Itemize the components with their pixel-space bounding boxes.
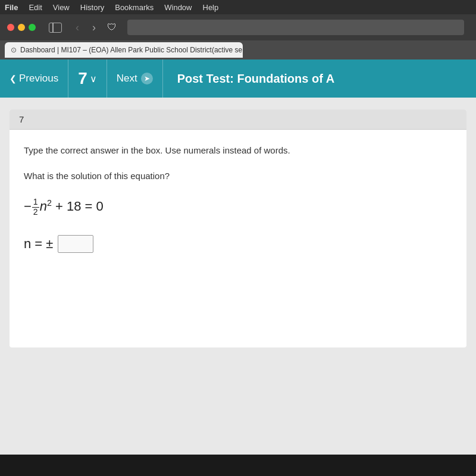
tab-icon: ⊙ bbox=[11, 46, 17, 54]
close-button[interactable] bbox=[7, 24, 14, 31]
next-button[interactable]: Next ➤ bbox=[107, 60, 163, 98]
question-number-display: 7 bbox=[78, 69, 87, 88]
sidebar-toggle-icon[interactable] bbox=[49, 23, 62, 33]
chevron-down-icon: ∨ bbox=[90, 73, 97, 84]
next-label: Next bbox=[117, 73, 137, 84]
instruction-text: Type the correct answer in the box. Use … bbox=[24, 144, 452, 158]
menu-history[interactable]: History bbox=[80, 3, 104, 12]
question-box: 7 Type the correct answer in the box. Us… bbox=[10, 109, 466, 347]
question-number: 7 bbox=[19, 114, 24, 124]
content-area: 7 Type the correct answer in the box. Us… bbox=[0, 98, 476, 455]
maximize-button[interactable] bbox=[29, 24, 36, 31]
menu-help[interactable]: Help bbox=[203, 3, 219, 12]
equation-n2: n2 + 18 = 0 bbox=[40, 199, 104, 214]
menu-view[interactable]: View bbox=[53, 3, 70, 12]
menu-edit[interactable]: Edit bbox=[29, 3, 42, 12]
question-prompt: What is the solution of this equation? bbox=[24, 170, 452, 183]
minimize-button[interactable] bbox=[18, 24, 25, 31]
menu-bookmarks[interactable]: Bookmarks bbox=[115, 3, 154, 12]
menu-file[interactable]: File bbox=[5, 3, 18, 12]
fraction-half: 12 bbox=[32, 198, 39, 217]
menu-window[interactable]: Window bbox=[164, 3, 192, 12]
previous-button[interactable]: Previous bbox=[0, 60, 68, 98]
back-button[interactable]: ‹ bbox=[70, 21, 84, 34]
browser-tab[interactable]: ⊙ Dashboard | MI107 – (EOA) Allen Park P… bbox=[5, 42, 243, 58]
test-title: Post Test: Foundations of A bbox=[163, 72, 349, 86]
content-toolbar: Previous 7 ∨ Next ➤ Post Test: Foundatio… bbox=[0, 60, 476, 98]
title-bar: ‹ › 🛡 bbox=[0, 14, 476, 40]
question-content: Type the correct answer in the box. Use … bbox=[10, 130, 466, 267]
tab-label: Dashboard | MI107 – (EOA) Allen Park Pub… bbox=[20, 46, 243, 54]
answer-prefix: n = ± bbox=[24, 236, 53, 252]
equation-display: −12n2 + 18 = 0 bbox=[24, 195, 452, 218]
shield-icon: 🛡 bbox=[107, 22, 117, 33]
previous-label: Previous bbox=[19, 73, 58, 84]
equation-minus: − bbox=[24, 199, 32, 214]
question-number-bar: 7 bbox=[10, 109, 466, 130]
traffic-lights bbox=[7, 24, 36, 31]
next-arrow-icon: ➤ bbox=[141, 73, 153, 84]
tab-bar: ⊙ Dashboard | MI107 – (EOA) Allen Park P… bbox=[0, 40, 476, 60]
url-bar[interactable] bbox=[127, 20, 464, 35]
answer-input[interactable] bbox=[58, 235, 93, 253]
answer-row: n = ± bbox=[24, 235, 452, 253]
question-number-nav[interactable]: 7 ∨ bbox=[68, 60, 107, 98]
menu-bar: File Edit View History Bookmarks Window … bbox=[0, 0, 476, 14]
browser-nav-buttons: ‹ › bbox=[70, 21, 101, 34]
forward-button[interactable]: › bbox=[87, 21, 101, 34]
